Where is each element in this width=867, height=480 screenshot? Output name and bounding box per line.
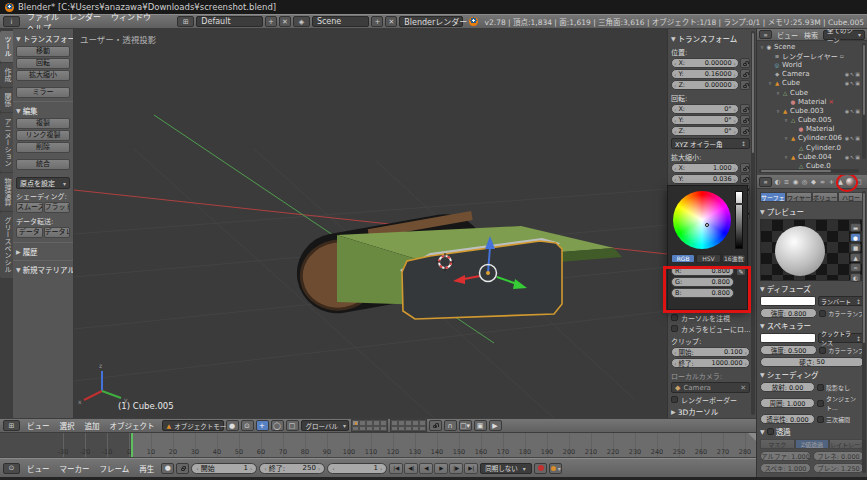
editor-type-3dview-icon[interactable]: ⊞ <box>3 420 20 431</box>
shading-slider-0[interactable]: 放射: 0.00 <box>760 382 815 392</box>
panel-header-operator[interactable]: ▼ 新規マテリアル <box>16 264 70 275</box>
rotation-field-0[interactable]: ‹X:0°› <box>671 104 739 114</box>
local-camera-field[interactable]: ◆ Camera ✕ <box>671 382 750 393</box>
layer-toggle-7[interactable] <box>366 426 373 432</box>
timeline-menu-2[interactable]: フレーム <box>95 465 135 474</box>
outliner-item-material[interactable]: ●Material <box>757 125 867 134</box>
eye-icon[interactable]: ◉ <box>845 80 849 86</box>
clear-icon[interactable]: ✕ <box>740 384 746 392</box>
manipulator-scale-button[interactable]: □ <box>286 420 299 431</box>
value-slider[interactable] <box>735 191 743 249</box>
render-opengl-button[interactable]: ▣ <box>474 420 487 431</box>
preview-cube-button[interactable]: ■ <box>850 243 861 252</box>
snap-element-dropdown[interactable]: □▾ <box>459 420 472 431</box>
current-frame-field[interactable]: ‹ 1› <box>327 463 387 474</box>
outliner-menu-1[interactable]: 検索 <box>801 32 821 40</box>
select-arrow-icon[interactable]: ↖ <box>850 80 854 86</box>
scene-add-button[interactable]: + <box>371 16 383 27</box>
layout-add-button[interactable]: + <box>265 16 277 27</box>
render-engine-dropdown[interactable]: Blenderレンダー ▾ <box>399 16 463 27</box>
preview-flat-button[interactable]: ▬ <box>850 223 861 232</box>
layer-toggle-8[interactable] <box>373 426 380 432</box>
editor-type-properties-icon[interactable]: ≡ <box>759 177 772 187</box>
rotation-mode-dropdown[interactable]: XYZ オイラー角 ↕ <box>671 138 750 149</box>
render-border-checkbox[interactable]: レンダーボーダー <box>671 395 750 404</box>
texture-tab-icon[interactable]: □ <box>854 176 863 187</box>
scale-field-1[interactable]: ‹Y:0.036› <box>671 174 739 184</box>
shading-slider-2[interactable]: 透光性: 0.000 <box>760 414 815 424</box>
frame-end-field[interactable]: ‹終了: 250› <box>259 463 325 474</box>
editor-type-timeline-icon[interactable]: ⊙ <box>3 463 20 474</box>
panel-header-edit[interactable]: ▼ 編集 <box>16 105 70 116</box>
render-restrict-icon[interactable]: ▣ <box>855 135 860 141</box>
transparency-mode-tab-1[interactable]: Z値透過 <box>795 439 830 449</box>
checkbox-icon[interactable] <box>819 310 826 317</box>
diffuse-color-swatch[interactable] <box>760 296 816 306</box>
checkbox-icon[interactable] <box>817 400 824 407</box>
lock-icon[interactable] <box>740 69 750 79</box>
keying-set-dropdown[interactable]: ▾ <box>549 463 562 474</box>
layer-toggle-9[interactable] <box>380 426 387 432</box>
tank-model-object[interactable] <box>291 208 622 320</box>
transform-orientation-dropdown[interactable]: グローバル ▾ <box>301 420 349 431</box>
lock-camera-to-view-checkbox[interactable]: カメラをビューにロ... <box>671 324 750 333</box>
viewport-menu-0[interactable]: ビュー <box>22 422 55 431</box>
panel-header-transform[interactable]: ▼ トランスフォーム <box>671 33 750 44</box>
lock-icon[interactable] <box>740 163 750 173</box>
jump-to-end-button[interactable]: ▶| <box>464 463 478 474</box>
transparency-checkbox[interactable] <box>767 428 774 435</box>
specular-intensity-slider[interactable]: 強度: 0.500 <box>760 345 817 355</box>
tool-shelf-tab-3[interactable]: アニメーション <box>0 113 13 172</box>
picker-tab-1[interactable]: HSV <box>696 254 720 263</box>
play-reverse-button[interactable]: ◀ <box>419 463 433 474</box>
tool-shelf-tab-5[interactable]: グリースペンシル <box>0 212 13 278</box>
preview-sphere-button[interactable]: ● <box>850 233 861 242</box>
n-panel-scrollbar[interactable] <box>751 31 755 415</box>
outliner-item-camera[interactable]: ◆Camera◉↖▣ <box>757 70 867 79</box>
location-field-1[interactable]: ‹Y:0.16000› <box>671 69 739 79</box>
transparency-field-1-1[interactable]: ブレン: 1.250 <box>813 463 864 473</box>
viewport-menu-3[interactable]: オブジェクト <box>105 422 160 431</box>
timeline-menu-0[interactable]: ビュー <box>22 465 55 474</box>
layer-grid-2[interactable] <box>390 419 427 432</box>
transparency-field-1-0[interactable]: スペキ: 1.000 <box>760 463 811 473</box>
material-type-tab-0[interactable]: サーフェス <box>760 192 786 202</box>
clip-end-field[interactable]: ‹終了: 1000.000› <box>671 358 750 368</box>
tool-shelf-tab-4[interactable]: 物理演算 <box>0 173 13 211</box>
frame-start-field[interactable]: ‹開始 1› <box>191 463 257 474</box>
object-data-tab-icon[interactable]: ▲ <box>836 176 845 187</box>
render-restrict-icon[interactable]: ▣ <box>855 108 860 114</box>
panel-header-transform[interactable]: ▼ トランスフォーム <box>16 33 70 44</box>
render-restrict-icon[interactable]: ▣ <box>855 154 860 160</box>
rotation-field-1[interactable]: ‹Y:0°› <box>671 115 739 125</box>
render-restrict-icon[interactable]: ▣ <box>855 80 860 86</box>
transparency-mode-tab-0[interactable]: マスク <box>760 439 795 449</box>
clip-start-field[interactable]: ‹開始: 0.100› <box>671 347 750 357</box>
transparency-field-0-1[interactable]: フレネ: 0.000 <box>813 451 864 461</box>
region-resize-corner[interactable] <box>748 433 756 441</box>
object-tab-icon[interactable]: ◆ <box>809 176 818 187</box>
timeline-menu-1[interactable]: マーカー <box>55 465 95 474</box>
panel-header-preview[interactable]: ▼ プレビュー <box>760 206 864 217</box>
select-arrow-icon[interactable]: ↖ <box>850 108 854 114</box>
outliner-item-cube-005[interactable]: ▿△Cube.005 <box>757 116 867 125</box>
shading-slider-1[interactable]: 周囲: 1.000 <box>760 398 815 408</box>
layer-toggle-6[interactable] <box>359 426 366 432</box>
scene-tab-icon[interactable]: ◉ <box>791 176 800 187</box>
screen-layout-field[interactable]: Default <box>196 16 263 27</box>
transparency-field-0-0[interactable]: アルファ: 1.000 <box>760 451 811 461</box>
layout-close-icon[interactable]: ✕ <box>279 16 291 27</box>
modifiers-tab-icon[interactable]: + <box>827 176 836 187</box>
pivot-point-dropdown[interactable]: ⊙ <box>241 420 254 431</box>
prev-keyframe-button[interactable]: ◀| <box>404 463 418 474</box>
layer-grid-1[interactable] <box>351 419 388 432</box>
viewport-menu-2[interactable]: 追加 <box>80 422 105 431</box>
rotation-field-2[interactable]: ‹Z:0°› <box>671 126 739 136</box>
panel-header-diffuse[interactable]: ▼ ディフューズ <box>760 283 864 294</box>
outliner-item-cylinder-0[interactable]: △Cylinder.0 <box>757 143 867 152</box>
render-opengl-anim-button[interactable]: ▶ <box>489 420 502 431</box>
info-menu-0[interactable]: ファイル <box>22 13 64 22</box>
material-type-tab-2[interactable]: ボリューム <box>812 192 838 202</box>
material-tab-icon[interactable] <box>845 176 854 187</box>
material-type-tab-1[interactable]: ワイヤー <box>786 192 812 202</box>
